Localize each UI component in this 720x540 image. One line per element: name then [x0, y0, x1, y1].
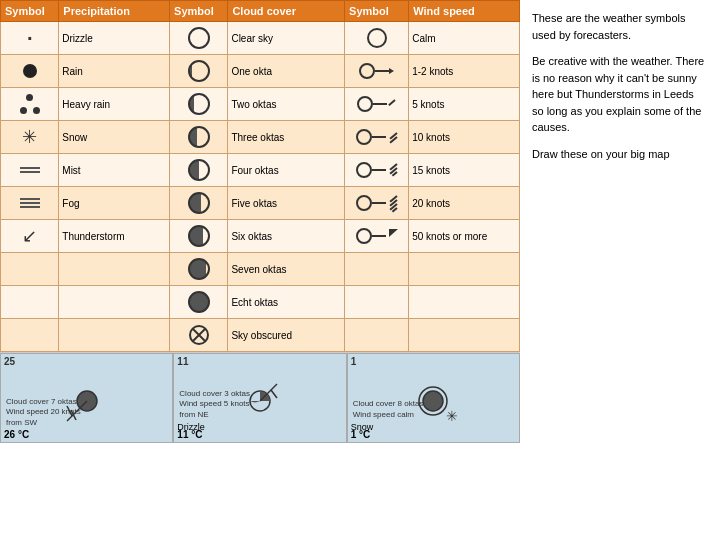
map2-info: Cloud cover 3 oktasWind speed 5 knotsfro… — [176, 387, 253, 422]
cloud-label-5: Five oktas — [228, 187, 345, 220]
precip-symbol-mist — [4, 156, 55, 184]
wind-symbol-15 — [348, 156, 405, 184]
precip-label-rain: Rain — [59, 55, 170, 88]
wind-label-15: 15 knots — [409, 154, 520, 187]
cloud-symbol-1 — [173, 57, 224, 85]
wind-symbol-1-2 — [348, 57, 405, 85]
wind-label-5: 5 knots — [409, 88, 520, 121]
cloud-label-4: Four oktas — [228, 154, 345, 187]
cloud-symbol-x — [173, 321, 224, 349]
wind-symbol-10 — [348, 123, 405, 151]
cloud-label-6: Six oktas — [228, 220, 345, 253]
cloud-label-7: Seven oktas — [228, 253, 345, 286]
header-precipitation: Precipitation — [59, 1, 170, 22]
cloud-symbol-2 — [173, 90, 224, 118]
precip-label-heavyrain: Heavy rain — [59, 88, 170, 121]
map1-temp: 26 °C — [4, 429, 29, 440]
wind-symbol-empty2 — [345, 286, 409, 319]
svg-text:✳: ✳ — [446, 408, 458, 424]
wind-label-50: 50 knots or more — [409, 220, 520, 253]
wind-symbol-5 — [348, 90, 405, 118]
wind-symbol-20 — [348, 189, 405, 217]
wind-symbol-50 — [348, 222, 405, 250]
precip-symbol-snow: ✳ — [4, 123, 55, 151]
weather-table: Symbol Precipitation Symbol Cloud cover … — [0, 0, 520, 352]
table-row: Mist Four oktas 15 — [1, 154, 520, 187]
cloud-symbol-8 — [173, 288, 224, 316]
map2-number: 11 — [177, 356, 188, 367]
precip-symbol-empty1 — [4, 255, 55, 283]
cloud-label-1: One okta — [228, 55, 345, 88]
wind-symbol-empty3 — [345, 319, 409, 352]
cloud-symbol-4 — [173, 156, 224, 184]
wind-label-1-2: 1-2 knots — [409, 55, 520, 88]
header-symbol1: Symbol — [1, 1, 59, 22]
left-panel: Symbol Precipitation Symbol Cloud cover … — [0, 0, 520, 540]
weather-map-1: 25 Cloud cover 7 oktasWind speed 20 knot… — [0, 353, 173, 443]
wind-label-10: 10 knots — [409, 121, 520, 154]
wind-label-empty3 — [409, 319, 520, 352]
precip-symbol-drizzle: · — [4, 24, 55, 52]
header-symbol3: Symbol — [345, 1, 409, 22]
precip-symbol-fog — [4, 189, 55, 217]
precip-symbol-thunder: ↙ — [4, 222, 55, 250]
map3-temp: 1 °C — [351, 429, 371, 440]
map1-number: 25 — [4, 356, 15, 367]
wind-label-20: 20 knots — [409, 187, 520, 220]
header-wind-speed: Wind speed — [409, 1, 520, 22]
table-row: Sky obscured — [1, 319, 520, 352]
table-row: · Drizzle Clear sky Calm — [1, 22, 520, 55]
cloud-symbol-5 — [173, 189, 224, 217]
cloud-symbol-6 — [173, 222, 224, 250]
precip-label-empty2 — [59, 286, 170, 319]
table-row: Seven oktas — [1, 253, 520, 286]
map3-info: Cloud cover 8 oktasWind speed calm — [350, 397, 427, 422]
precip-symbol-rain — [4, 57, 55, 85]
svg-line-9 — [271, 390, 277, 398]
cloud-label-2: Two oktas — [228, 88, 345, 121]
precip-label-mist: Mist — [59, 154, 170, 187]
precip-symbol-empty3 — [4, 321, 55, 349]
wind-label-calm: Calm — [409, 22, 520, 55]
map1-info: Cloud cover 7 oktasWind speed 20 knotsfr… — [3, 395, 84, 430]
header-cloud-cover: Cloud cover — [228, 1, 345, 22]
wind-label-empty1 — [409, 253, 520, 286]
weather-map-2: 11 Cloud cover 3 oktasWind speed 5 knots… — [173, 353, 346, 443]
wind-symbol-empty1 — [345, 253, 409, 286]
cloud-symbol-3 — [173, 123, 224, 151]
wind-symbol-calm — [348, 24, 405, 52]
table-row: ✳ Snow Three oktas — [1, 121, 520, 154]
info-text-3: Draw these on your big map — [532, 146, 708, 163]
map2-temp: 11 °C — [177, 429, 202, 440]
precip-label-thunder: Thunderstorm — [59, 220, 170, 253]
cloud-label-x: Sky obscured — [228, 319, 345, 352]
precip-label-fog: Fog — [59, 187, 170, 220]
weather-maps: 25 Cloud cover 7 oktasWind speed 20 knot… — [0, 352, 520, 443]
precip-label-empty1 — [59, 253, 170, 286]
cloud-label-3: Three oktas — [228, 121, 345, 154]
header-symbol2: Symbol — [170, 1, 228, 22]
table-row: Fog Five oktas — [1, 187, 520, 220]
info-text-2: Be creative with the weather. There is n… — [532, 53, 708, 136]
weather-map-3: 1 ✳ Cloud cover 8 oktasWind speed calm S… — [347, 353, 520, 443]
precip-label-snow: Snow — [59, 121, 170, 154]
table-row: Echt oktas — [1, 286, 520, 319]
info-text-1: These are the weather symbols used by fo… — [532, 10, 708, 43]
table-row: ↙ Thunderstorm Six oktas 50 kno — [1, 220, 520, 253]
right-panel: These are the weather symbols used by fo… — [520, 0, 720, 540]
map3-number: 1 — [351, 356, 357, 367]
precip-label-empty3 — [59, 319, 170, 352]
cloud-symbol-7 — [173, 255, 224, 283]
precip-label-drizzle: Drizzle — [59, 22, 170, 55]
cloud-label-0: Clear sky — [228, 22, 345, 55]
precip-symbol-empty2 — [4, 288, 55, 316]
table-row: Heavy rain Two oktas 5 knots — [1, 88, 520, 121]
cloud-symbol-0 — [173, 24, 224, 52]
table-row: Rain One okta 1-2 knots — [1, 55, 520, 88]
precip-symbol-heavyrain — [4, 90, 55, 118]
cloud-label-8: Echt oktas — [228, 286, 345, 319]
wind-label-empty2 — [409, 286, 520, 319]
